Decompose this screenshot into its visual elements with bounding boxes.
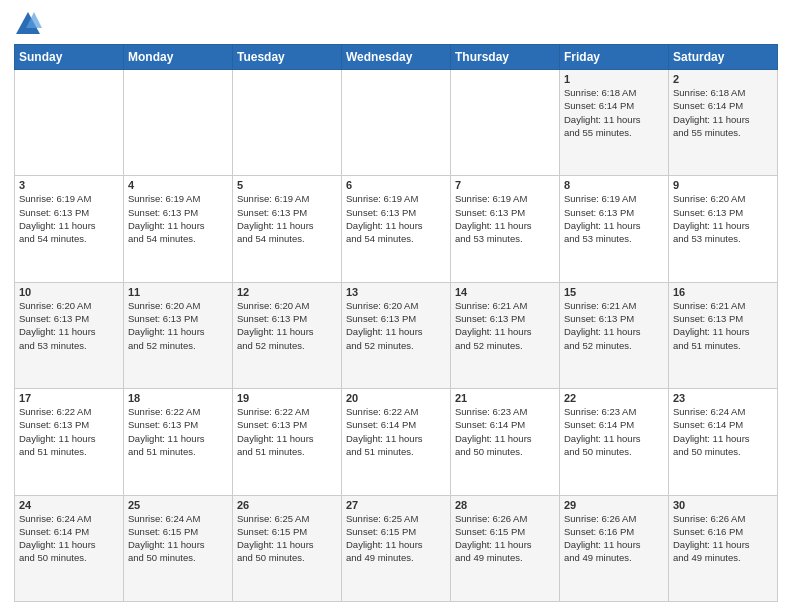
day-cell: 22Sunrise: 6:23 AM Sunset: 6:14 PM Dayli… bbox=[560, 389, 669, 495]
day-cell: 3Sunrise: 6:19 AM Sunset: 6:13 PM Daylig… bbox=[15, 176, 124, 282]
day-number: 24 bbox=[19, 499, 119, 511]
week-row-3: 10Sunrise: 6:20 AM Sunset: 6:13 PM Dayli… bbox=[15, 282, 778, 388]
day-cell: 27Sunrise: 6:25 AM Sunset: 6:15 PM Dayli… bbox=[342, 495, 451, 601]
day-number: 12 bbox=[237, 286, 337, 298]
day-number: 28 bbox=[455, 499, 555, 511]
day-cell: 6Sunrise: 6:19 AM Sunset: 6:13 PM Daylig… bbox=[342, 176, 451, 282]
day-number: 29 bbox=[564, 499, 664, 511]
logo bbox=[14, 10, 46, 38]
day-cell: 21Sunrise: 6:23 AM Sunset: 6:14 PM Dayli… bbox=[451, 389, 560, 495]
day-number: 14 bbox=[455, 286, 555, 298]
day-cell: 12Sunrise: 6:20 AM Sunset: 6:13 PM Dayli… bbox=[233, 282, 342, 388]
day-number: 8 bbox=[564, 179, 664, 191]
day-number: 22 bbox=[564, 392, 664, 404]
day-info: Sunrise: 6:24 AM Sunset: 6:15 PM Dayligh… bbox=[128, 512, 228, 565]
week-row-4: 17Sunrise: 6:22 AM Sunset: 6:13 PM Dayli… bbox=[15, 389, 778, 495]
day-info: Sunrise: 6:20 AM Sunset: 6:13 PM Dayligh… bbox=[673, 192, 773, 245]
day-cell: 15Sunrise: 6:21 AM Sunset: 6:13 PM Dayli… bbox=[560, 282, 669, 388]
day-number: 21 bbox=[455, 392, 555, 404]
day-number: 19 bbox=[237, 392, 337, 404]
day-info: Sunrise: 6:18 AM Sunset: 6:14 PM Dayligh… bbox=[564, 86, 664, 139]
day-cell: 18Sunrise: 6:22 AM Sunset: 6:13 PM Dayli… bbox=[124, 389, 233, 495]
day-cell: 19Sunrise: 6:22 AM Sunset: 6:13 PM Dayli… bbox=[233, 389, 342, 495]
day-info: Sunrise: 6:19 AM Sunset: 6:13 PM Dayligh… bbox=[564, 192, 664, 245]
day-info: Sunrise: 6:19 AM Sunset: 6:13 PM Dayligh… bbox=[346, 192, 446, 245]
day-info: Sunrise: 6:20 AM Sunset: 6:13 PM Dayligh… bbox=[346, 299, 446, 352]
day-number: 23 bbox=[673, 392, 773, 404]
day-info: Sunrise: 6:22 AM Sunset: 6:13 PM Dayligh… bbox=[237, 405, 337, 458]
day-number: 18 bbox=[128, 392, 228, 404]
day-number: 13 bbox=[346, 286, 446, 298]
day-info: Sunrise: 6:21 AM Sunset: 6:13 PM Dayligh… bbox=[564, 299, 664, 352]
week-row-2: 3Sunrise: 6:19 AM Sunset: 6:13 PM Daylig… bbox=[15, 176, 778, 282]
weekday-header-thursday: Thursday bbox=[451, 45, 560, 70]
day-cell bbox=[233, 70, 342, 176]
day-cell: 1Sunrise: 6:18 AM Sunset: 6:14 PM Daylig… bbox=[560, 70, 669, 176]
calendar-table: SundayMondayTuesdayWednesdayThursdayFrid… bbox=[14, 44, 778, 602]
day-cell: 5Sunrise: 6:19 AM Sunset: 6:13 PM Daylig… bbox=[233, 176, 342, 282]
day-number: 11 bbox=[128, 286, 228, 298]
day-cell: 14Sunrise: 6:21 AM Sunset: 6:13 PM Dayli… bbox=[451, 282, 560, 388]
day-number: 5 bbox=[237, 179, 337, 191]
weekday-header-row: SundayMondayTuesdayWednesdayThursdayFrid… bbox=[15, 45, 778, 70]
day-info: Sunrise: 6:23 AM Sunset: 6:14 PM Dayligh… bbox=[564, 405, 664, 458]
day-cell: 20Sunrise: 6:22 AM Sunset: 6:14 PM Dayli… bbox=[342, 389, 451, 495]
day-info: Sunrise: 6:19 AM Sunset: 6:13 PM Dayligh… bbox=[128, 192, 228, 245]
day-cell: 4Sunrise: 6:19 AM Sunset: 6:13 PM Daylig… bbox=[124, 176, 233, 282]
weekday-header-wednesday: Wednesday bbox=[342, 45, 451, 70]
day-cell: 30Sunrise: 6:26 AM Sunset: 6:16 PM Dayli… bbox=[669, 495, 778, 601]
day-cell: 11Sunrise: 6:20 AM Sunset: 6:13 PM Dayli… bbox=[124, 282, 233, 388]
day-number: 7 bbox=[455, 179, 555, 191]
day-cell: 23Sunrise: 6:24 AM Sunset: 6:14 PM Dayli… bbox=[669, 389, 778, 495]
week-row-1: 1Sunrise: 6:18 AM Sunset: 6:14 PM Daylig… bbox=[15, 70, 778, 176]
day-cell bbox=[124, 70, 233, 176]
day-number: 27 bbox=[346, 499, 446, 511]
weekday-header-monday: Monday bbox=[124, 45, 233, 70]
day-cell: 10Sunrise: 6:20 AM Sunset: 6:13 PM Dayli… bbox=[15, 282, 124, 388]
day-number: 4 bbox=[128, 179, 228, 191]
day-cell: 9Sunrise: 6:20 AM Sunset: 6:13 PM Daylig… bbox=[669, 176, 778, 282]
day-cell: 16Sunrise: 6:21 AM Sunset: 6:13 PM Dayli… bbox=[669, 282, 778, 388]
day-number: 30 bbox=[673, 499, 773, 511]
day-info: Sunrise: 6:22 AM Sunset: 6:13 PM Dayligh… bbox=[128, 405, 228, 458]
day-cell bbox=[15, 70, 124, 176]
day-number: 25 bbox=[128, 499, 228, 511]
day-cell: 17Sunrise: 6:22 AM Sunset: 6:13 PM Dayli… bbox=[15, 389, 124, 495]
day-cell: 29Sunrise: 6:26 AM Sunset: 6:16 PM Dayli… bbox=[560, 495, 669, 601]
day-cell: 7Sunrise: 6:19 AM Sunset: 6:13 PM Daylig… bbox=[451, 176, 560, 282]
day-number: 3 bbox=[19, 179, 119, 191]
day-cell bbox=[451, 70, 560, 176]
day-number: 16 bbox=[673, 286, 773, 298]
day-info: Sunrise: 6:22 AM Sunset: 6:14 PM Dayligh… bbox=[346, 405, 446, 458]
weekday-header-sunday: Sunday bbox=[15, 45, 124, 70]
day-number: 2 bbox=[673, 73, 773, 85]
day-info: Sunrise: 6:20 AM Sunset: 6:13 PM Dayligh… bbox=[237, 299, 337, 352]
weekday-header-saturday: Saturday bbox=[669, 45, 778, 70]
day-number: 10 bbox=[19, 286, 119, 298]
day-cell bbox=[342, 70, 451, 176]
day-info: Sunrise: 6:23 AM Sunset: 6:14 PM Dayligh… bbox=[455, 405, 555, 458]
day-info: Sunrise: 6:18 AM Sunset: 6:14 PM Dayligh… bbox=[673, 86, 773, 139]
day-cell: 28Sunrise: 6:26 AM Sunset: 6:15 PM Dayli… bbox=[451, 495, 560, 601]
week-row-5: 24Sunrise: 6:24 AM Sunset: 6:14 PM Dayli… bbox=[15, 495, 778, 601]
day-info: Sunrise: 6:19 AM Sunset: 6:13 PM Dayligh… bbox=[237, 192, 337, 245]
day-info: Sunrise: 6:26 AM Sunset: 6:15 PM Dayligh… bbox=[455, 512, 555, 565]
day-cell: 26Sunrise: 6:25 AM Sunset: 6:15 PM Dayli… bbox=[233, 495, 342, 601]
weekday-header-friday: Friday bbox=[560, 45, 669, 70]
page: SundayMondayTuesdayWednesdayThursdayFrid… bbox=[0, 0, 792, 612]
day-info: Sunrise: 6:21 AM Sunset: 6:13 PM Dayligh… bbox=[455, 299, 555, 352]
day-cell: 8Sunrise: 6:19 AM Sunset: 6:13 PM Daylig… bbox=[560, 176, 669, 282]
day-info: Sunrise: 6:20 AM Sunset: 6:13 PM Dayligh… bbox=[19, 299, 119, 352]
day-info: Sunrise: 6:22 AM Sunset: 6:13 PM Dayligh… bbox=[19, 405, 119, 458]
day-number: 9 bbox=[673, 179, 773, 191]
day-cell: 2Sunrise: 6:18 AM Sunset: 6:14 PM Daylig… bbox=[669, 70, 778, 176]
day-number: 1 bbox=[564, 73, 664, 85]
day-info: Sunrise: 6:19 AM Sunset: 6:13 PM Dayligh… bbox=[455, 192, 555, 245]
day-number: 6 bbox=[346, 179, 446, 191]
day-info: Sunrise: 6:26 AM Sunset: 6:16 PM Dayligh… bbox=[673, 512, 773, 565]
day-cell: 25Sunrise: 6:24 AM Sunset: 6:15 PM Dayli… bbox=[124, 495, 233, 601]
day-number: 17 bbox=[19, 392, 119, 404]
header bbox=[14, 10, 778, 38]
day-number: 20 bbox=[346, 392, 446, 404]
day-info: Sunrise: 6:19 AM Sunset: 6:13 PM Dayligh… bbox=[19, 192, 119, 245]
